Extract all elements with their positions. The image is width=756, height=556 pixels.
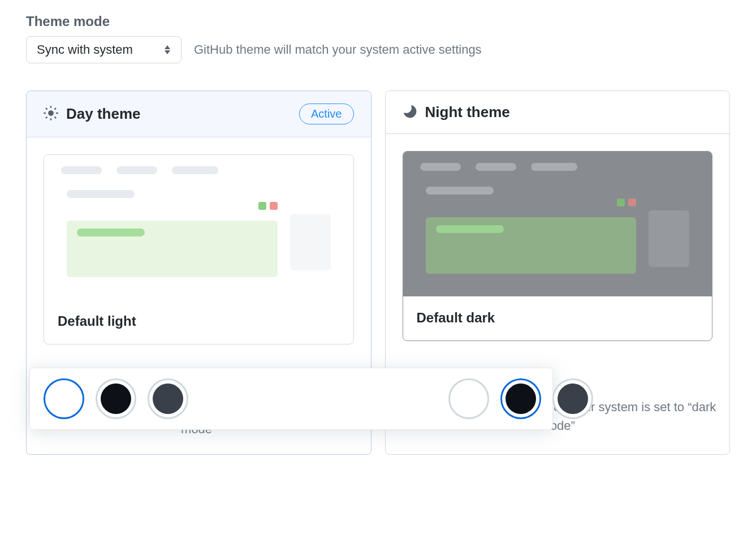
sun-icon [44,106,58,123]
theme-mode-row: Sync with system GitHub theme will match… [26,36,730,63]
night-swatch-light-default[interactable] [448,378,489,419]
night-swatch-dark-dimmed[interactable] [552,378,593,419]
night-theme-header: Night theme [386,91,730,134]
theme-mode-select-value: Sync with system [37,42,133,57]
theme-mode-select[interactable]: Sync with system [26,36,182,63]
theme-mode-label: Theme mode [26,14,730,29]
day-preview-label: Default light [44,300,353,329]
moon-icon [403,104,417,121]
night-theme-preview: Default dark [403,151,713,341]
day-theme-title: Day theme [66,105,141,123]
night-theme-title: Night theme [425,104,510,121]
night-theme-body: Default dark [386,134,730,356]
night-preview-label: Default dark [403,296,712,326]
day-theme-preview: Default light [44,154,354,344]
day-swatches [44,378,188,419]
day-theme-header: Day theme Active [27,91,371,137]
night-swatches [448,378,593,419]
day-theme-body: Default light [27,137,371,359]
theme-cards-row: Day theme Active [26,90,730,455]
day-swatch-dark-default[interactable] [96,378,136,419]
select-caret-icon [164,45,171,54]
night-swatch-dark-default[interactable] [500,378,541,419]
theme-mode-description: GitHub theme will match your system acti… [194,42,482,57]
active-badge: Active [299,104,353,124]
day-swatch-dark-dimmed[interactable] [148,378,188,419]
theme-swatch-panel [29,368,553,430]
day-swatch-light-default[interactable] [44,378,84,419]
